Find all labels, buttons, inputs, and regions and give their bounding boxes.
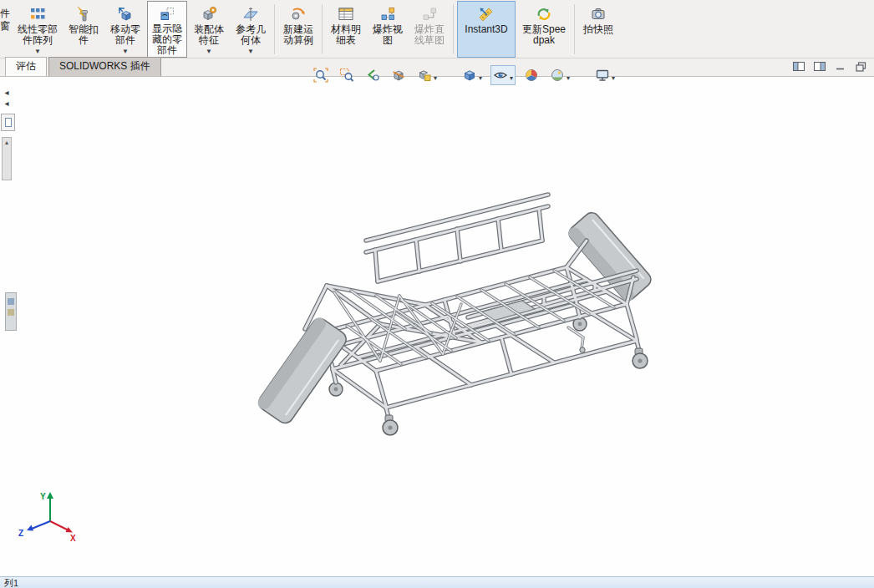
- ribbon-button-label: 拍快照: [581, 24, 616, 35]
- dropdown-caret-icon[interactable]: ▾: [567, 74, 570, 82]
- assembly-features-icon: [200, 4, 218, 24]
- ribbon-button-linear-component-pattern[interactable]: 线性零部件阵列 ▼: [13, 1, 62, 58]
- dropdown-caret-icon[interactable]: ▼: [247, 48, 254, 55]
- ribbon-separator: [574, 4, 575, 54]
- tab-label: 评估: [16, 60, 36, 72]
- ribbon-button-label: 装配体特征: [191, 24, 226, 46]
- clipped-label: 窗: [0, 20, 12, 33]
- take-snapshot-icon: [589, 4, 607, 24]
- edit-appearance-icon[interactable]: [521, 65, 541, 85]
- tab-label: SOLIDWORKS 插件: [59, 60, 150, 72]
- ribbon-button-show-hidden-components[interactable]: 显示隐藏的零部件: [147, 1, 187, 58]
- ribbon-button-reference-geometry[interactable]: 参考几何体 ▼: [231, 1, 271, 58]
- crank-handle: [580, 347, 585, 352]
- dropdown-caret-icon[interactable]: ▾: [612, 74, 615, 82]
- bill-of-materials-icon: [337, 4, 355, 24]
- ribbon-button-exploded-view[interactable]: 爆炸视图: [368, 1, 408, 58]
- view-orientation-icon[interactable]: ▾: [460, 65, 485, 85]
- ribbon-button-label: 爆炸视图: [370, 24, 405, 46]
- reference-geometry-icon: [241, 4, 260, 24]
- ribbon-button-bill-of-materials[interactable]: 材料明细表: [326, 1, 366, 58]
- dropdown-caret-icon[interactable]: ▾: [434, 74, 437, 82]
- ribbon-separator: [322, 4, 323, 54]
- split-pane-icon[interactable]: [792, 61, 805, 72]
- swap-pane-icon[interactable]: [813, 61, 826, 72]
- tab-evaluate[interactable]: 评估: [5, 57, 47, 76]
- ribbon-button-move-component[interactable]: 移动零部件 ▼: [105, 1, 145, 58]
- solidworks-window: 件 窗 线性零部件阵列 ▼ 智能扣件 移动零部件 ▼: [0, 0, 874, 588]
- restore-window-icon[interactable]: [855, 61, 867, 72]
- minimize-window-icon[interactable]: [834, 61, 846, 72]
- explode-line-sketch-icon: [420, 4, 439, 24]
- ribbon-button-label: Instant3D: [460, 24, 513, 35]
- ribbon-button-assembly-features[interactable]: 装配体特征 ▼: [189, 1, 229, 58]
- dropdown-caret-icon[interactable]: ▾: [510, 74, 513, 82]
- zoom-to-fit-icon[interactable]: [311, 65, 331, 85]
- ribbon-button-label: 参考几何体: [233, 24, 268, 46]
- previous-view-icon[interactable]: [363, 65, 383, 85]
- smart-fasteners-icon: [74, 4, 93, 24]
- model-hospital-bed: [0, 77, 874, 576]
- view-settings-icon[interactable]: ▾: [592, 65, 617, 85]
- clipped-label: 件: [0, 8, 12, 20]
- command-manager-ribbon: 件 窗 线性零部件阵列 ▼ 智能扣件 移动零部件 ▼: [0, 0, 874, 58]
- ribbon-separator: [453, 4, 454, 54]
- dropdown-caret-icon[interactable]: ▼: [34, 48, 41, 55]
- ribbon-button-clipped[interactable]: 件 窗: [0, 1, 12, 58]
- status-bar: 列1: [0, 576, 874, 588]
- new-motion-study-icon: [289, 4, 307, 24]
- y-axis-label: Y: [40, 492, 46, 501]
- ribbon-button-label: 线性零部件阵列: [16, 24, 59, 46]
- hide-show-items-icon[interactable]: ▾: [490, 65, 516, 85]
- ribbon-button-label: 智能扣件: [66, 24, 101, 46]
- ribbon-button-label: 爆炸直线草图: [412, 24, 447, 46]
- ribbon-button-update-speedpak[interactable]: 更新Speedpak: [517, 1, 571, 58]
- ribbon-button-take-snapshot[interactable]: 拍快照: [578, 1, 618, 58]
- ribbon-button-label: 显示隐藏的零部件: [150, 23, 185, 56]
- instant3d-icon: [477, 4, 495, 24]
- move-component-icon: [116, 4, 135, 24]
- caster-wheel: [383, 348, 648, 435]
- dropdown-caret-icon[interactable]: ▾: [479, 74, 482, 82]
- show-hidden-components-icon: [158, 4, 176, 23]
- ribbon-button-smart-fasteners[interactable]: 智能扣件: [64, 1, 104, 58]
- heads-up-view-toolbar: ▾ ▾ ▾ ▾ ▾: [311, 64, 617, 86]
- ribbon-button-label: 更新Speedpak: [520, 24, 568, 46]
- ribbon-button-label: 材料明细表: [328, 24, 363, 46]
- ribbon-separator: [274, 4, 275, 54]
- ribbon-button-label: 新建运动算例: [281, 24, 316, 46]
- ribbon-button-label: 移动零部件: [108, 24, 143, 46]
- ribbon-button-explode-line-sketch[interactable]: 爆炸直线草图: [409, 1, 450, 58]
- x-axis-label: X: [70, 534, 76, 543]
- dropdown-caret-icon[interactable]: ▼: [206, 48, 212, 55]
- y-axis-arrow: [47, 492, 53, 499]
- dropdown-caret-icon[interactable]: ▼: [122, 48, 129, 55]
- ribbon-button-new-motion-study[interactable]: 新建运动算例: [278, 1, 318, 58]
- reference-triad: Y X Z: [17, 488, 79, 548]
- ribbon-button-instant3d[interactable]: Instant3D: [457, 1, 516, 58]
- tab-solidworks-addins[interactable]: SOLIDWORKS 插件: [48, 57, 161, 76]
- z-axis-label: Z: [18, 529, 23, 538]
- status-bar-text: 列1: [4, 578, 18, 588]
- linear-component-pattern-icon: [28, 4, 47, 24]
- zoom-to-area-icon[interactable]: [337, 65, 357, 85]
- annotation-views-icon[interactable]: ▾: [414, 65, 440, 85]
- update-speedpak-icon: [535, 4, 553, 24]
- apply-scene-icon[interactable]: ▾: [547, 65, 572, 85]
- document-window-controls: [792, 61, 867, 72]
- section-view-icon[interactable]: [389, 65, 409, 85]
- exploded-view-icon: [379, 4, 397, 24]
- graphics-area[interactable]: ▾ ▾ ▾ ▾ ▾: [0, 77, 874, 576]
- head-board: [566, 210, 653, 303]
